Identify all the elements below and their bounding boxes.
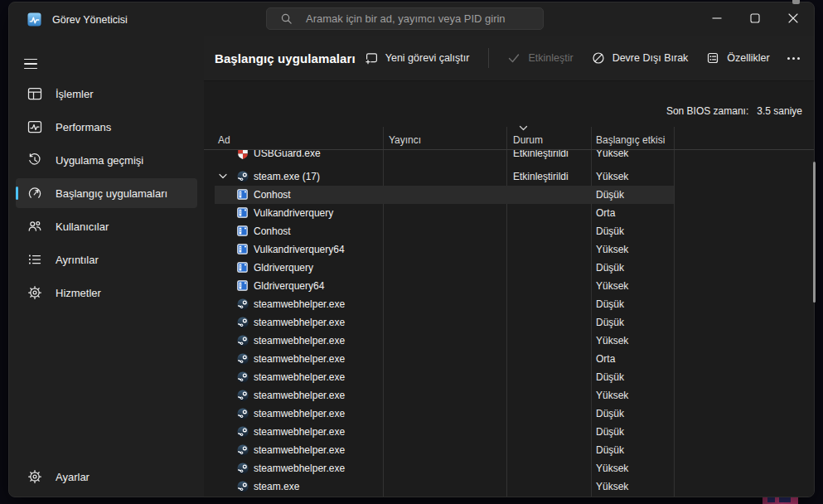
search-placeholder: Aramak için bir ad, yayımcı veya PID gir…	[306, 12, 506, 25]
startup-apps-table: Ad Yayıncı Durum Başlangıç etkisi	[204, 81, 814, 497]
table-row[interactable]: Gldriverquery Düşük	[215, 259, 674, 277]
shield-icon	[237, 150, 249, 159]
search-icon	[280, 12, 293, 25]
table-row[interactable]: steamwebhelper.exe Düşük	[215, 368, 674, 386]
task-manager-window: Görev Yöneticisi Aramak için bir ad, yay…	[8, 2, 815, 497]
chevron-down-icon[interactable]	[219, 173, 227, 180]
row-name: steamwebhelper.exe	[254, 423, 345, 441]
table-row[interactable]: steamwebhelper.exe Orta	[215, 350, 674, 368]
sidebar-item[interactable]: Başlangıç uygulamaları	[16, 178, 197, 208]
row-name: Gldriverquery	[254, 259, 313, 277]
table-header: Ad Yayıncı Durum Başlangıç etkisi	[204, 127, 814, 149]
table-row[interactable]: steamwebhelper.exe Düşük	[215, 423, 674, 441]
row-name: steamwebhelper.exe	[254, 332, 345, 350]
table-row[interactable]: steam.exe (17) Etkinleştirildi Yüksek	[215, 167, 674, 186]
services-icon	[27, 285, 42, 300]
row-impact: Yüksek	[596, 477, 628, 496]
row-impact: Düşük	[596, 441, 624, 459]
table-row[interactable]: Vulkandriverquery64 Yüksek	[215, 240, 674, 259]
table-row[interactable]: Conhost Düşük	[215, 186, 674, 204]
table-row[interactable]: USBGuard.exe Etkinleştirildi Yüksek	[215, 150, 674, 162]
disable-icon	[592, 51, 605, 65]
row-name: Gldriverquery64	[254, 277, 324, 295]
steam-icon	[237, 317, 249, 328]
row-name: Vulkandriverquery	[254, 204, 333, 222]
sidebar-item[interactable]: İşlemler	[16, 79, 197, 109]
console-window-icon	[237, 280, 249, 292]
content-pane: Başlangıç uygulamaları	[204, 36, 814, 497]
steam-icon	[237, 171, 249, 182]
table-row[interactable]: steamwebhelper.exe Yüksek	[215, 386, 674, 405]
row-name: steamwebhelper.exe	[254, 459, 345, 477]
row-name: steamwebhelper.exe	[254, 368, 345, 386]
sidebar-nav: İşlemler	[16, 79, 197, 308]
sidebar-item[interactable]: Uygulama geçmişi	[16, 145, 197, 175]
row-name: steam.exe	[254, 477, 299, 496]
table-row[interactable]: steamwebhelper.exe Yüksek	[215, 459, 674, 477]
column-header-name[interactable]: Ad	[218, 134, 230, 146]
row-name: Conhost	[254, 222, 291, 240]
table-body: USBGuard.exe Etkinleştirildi Yüksek	[215, 150, 811, 497]
row-impact: Orta	[596, 350, 615, 368]
column-header-publisher[interactable]: Yayıncı	[389, 134, 421, 146]
row-impact: Düşük	[596, 313, 624, 332]
sidebar: İşlemler	[9, 36, 204, 497]
titlebar: Görev Yöneticisi Aramak için bir ad, yay…	[9, 2, 814, 36]
window-title: Görev Yöneticisi	[52, 14, 128, 26]
row-impact: Düşük	[596, 405, 624, 423]
row-impact: Yüksek	[596, 167, 628, 186]
toolbar-button[interactable]: Devre Dışı Bırak	[583, 46, 698, 70]
sidebar-item[interactable]: Performans	[16, 112, 197, 142]
column-header-impact[interactable]: Başlangıç etkisi	[596, 134, 665, 146]
search-input[interactable]: Aramak için bir ad, yayımcı veya PID gir…	[266, 7, 544, 30]
sort-indicator-icon	[519, 125, 528, 132]
menu-toggle-button[interactable]	[16, 50, 46, 78]
startup-apps-icon	[27, 186, 42, 201]
toolbar-button[interactable]: Etkinleştir	[498, 46, 582, 70]
run-new-task-icon	[365, 51, 378, 65]
sidebar-item[interactable]: Hizmetler	[16, 278, 197, 308]
row-impact: Yüksek	[596, 150, 628, 162]
table-row[interactable]: steamwebhelper.exe Düşük	[215, 441, 674, 459]
sidebar-item[interactable]: Kullanıcılar	[16, 211, 197, 241]
performance-icon	[27, 119, 42, 134]
app-history-icon	[27, 153, 42, 167]
table-row[interactable]: Conhost Düşük	[215, 222, 674, 240]
row-name: steamwebhelper.exe	[254, 405, 345, 423]
toolbar-buttons: Yeni görevi çalıştır Etkinleştir	[356, 46, 779, 70]
table-row[interactable]: steamwebhelper.exe Düşük	[215, 313, 674, 332]
vertical-scrollbar[interactable]	[813, 162, 816, 303]
properties-icon	[706, 51, 719, 65]
console-window-icon	[237, 244, 249, 255]
steam-icon	[237, 426, 249, 438]
table-row[interactable]: Vulkandriverquery Orta	[215, 204, 674, 222]
row-name: steamwebhelper.exe	[254, 441, 345, 459]
row-name: steamwebhelper.exe	[254, 350, 345, 368]
steam-icon	[237, 353, 249, 365]
steam-icon	[237, 335, 249, 346]
row-name: Vulkandriverquery64	[254, 240, 345, 259]
row-name: Conhost	[254, 186, 291, 204]
more-options-button[interactable]	[782, 46, 805, 70]
sidebar-item[interactable]: Ayrıntılar	[16, 245, 197, 274]
maximize-button[interactable]	[736, 2, 774, 34]
table-row[interactable]: steam.exe Yüksek	[215, 477, 674, 496]
row-impact: Düşük	[596, 295, 624, 313]
steam-icon	[237, 481, 249, 492]
sidebar-item-settings[interactable]: Ayarlar	[16, 462, 197, 492]
row-name: steamwebhelper.exe	[254, 313, 345, 332]
console-window-icon	[237, 225, 249, 237]
toolbar-button[interactable]: Yeni görevi çalıştır	[356, 46, 479, 70]
toolbar-button[interactable]: Özellikler	[697, 46, 778, 70]
table-row[interactable]: steamwebhelper.exe Düşük	[215, 295, 674, 313]
row-impact: Yüksek	[596, 332, 628, 350]
close-button[interactable]	[774, 2, 812, 34]
minimize-button[interactable]	[698, 2, 736, 34]
table-row[interactable]: Gldriverquery64 Yüksek	[215, 277, 674, 295]
console-window-icon	[237, 189, 249, 201]
table-row[interactable]: steamwebhelper.exe Yüksek	[215, 332, 674, 350]
toolbar: Başlangıç uygulamaları	[204, 36, 814, 81]
steam-icon	[237, 390, 249, 401]
table-row[interactable]: steamwebhelper.exe Düşük	[215, 405, 674, 423]
column-header-status[interactable]: Durum	[513, 134, 543, 146]
